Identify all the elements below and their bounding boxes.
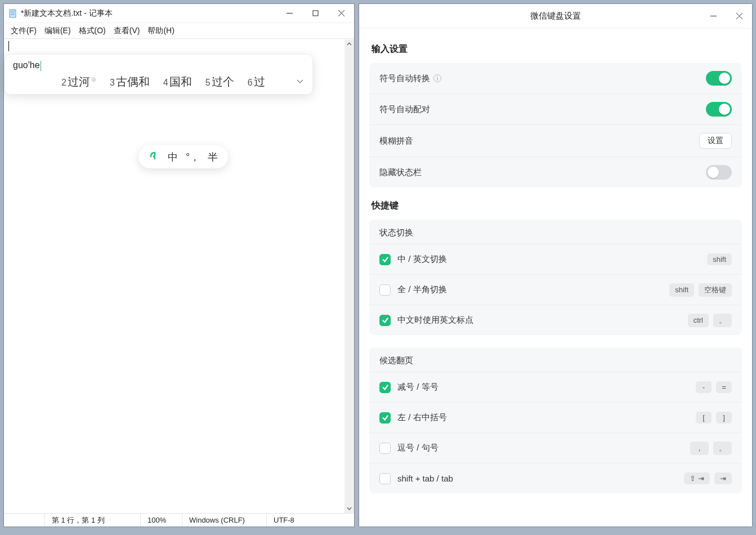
key-label: 。 [713,442,732,455]
svg-rect-5 [313,11,318,16]
close-button[interactable] [726,4,752,28]
checkbox-comma-period[interactable] [379,443,391,454]
row-en-punct-in-cn: 中文时使用英文标点 ctrl 。 [369,305,742,335]
ime-candidate[interactable]: 3古偶和 [110,74,150,90]
ime-candidate-panel[interactable]: guo'he 2过河◎ 3古偶和 4国和 5过个 6过 [5,54,313,95]
settings-body: 输入设置 符号自动转换i 符号自动配对 模糊拼音 设置 隐藏状态栏 快捷键 状态… [359,29,752,527]
row-cn-en-switch: 中 / 英文切换 shift [369,244,742,274]
vertical-scrollbar[interactable] [345,39,354,513]
checkbox-brackets[interactable] [379,412,391,423]
maximize-button[interactable] [302,4,328,23]
ime-logo-icon[interactable] [149,150,160,164]
scroll-up-icon[interactable] [345,39,354,49]
ime-lang-indicator[interactable]: 中 [168,150,178,164]
fuzzy-pinyin-settings-button[interactable]: 设置 [699,133,732,149]
row-hide-statusbar: 隐藏状态栏 [369,157,742,188]
chevron-down-icon[interactable] [296,75,305,88]
ime-width-indicator[interactable]: 半 [208,150,218,164]
notepad-editor[interactable] [4,39,354,513]
key-label: ] [716,412,732,423]
window-controls [700,4,752,28]
status-position: 第 1 行，第 1 列 [44,514,140,527]
info-icon[interactable]: i [433,74,441,82]
menu-format[interactable]: 格式(O) [75,24,109,38]
ime-punct-indicator[interactable]: °， [186,150,200,164]
key-label: 空格键 [699,283,732,297]
checkbox-full-half-switch[interactable] [379,284,391,296]
key-label: - [696,381,712,393]
key-label: = [716,381,732,393]
subheader-page-keys: 候选翻页 [369,347,742,372]
ime-candidate[interactable]: 2过河◎ [61,74,96,90]
ime-candidate-list: 2过河◎ 3古偶和 4国和 5过个 6过 [13,74,305,90]
ime-status-toolbar[interactable]: 中 °， 半 [138,145,228,168]
menu-file[interactable]: 文件(F) [7,24,40,38]
row-full-half-switch: 全 / 半角切换 shift 空格键 [369,274,742,305]
notepad-menubar: 文件(F) 编辑(E) 格式(O) 查看(V) 帮助(H) [4,23,354,39]
notepad-app-icon [8,9,17,18]
status-encoding: UTF-8 [266,514,354,527]
key-label: ⇥ [714,472,732,484]
checkbox-cn-en-switch[interactable] [379,254,391,265]
key-label: ctrl [688,314,709,327]
panel-page-keys: 候选翻页 减号 / 等号 - = 左 / 右中括号 [ ] 逗号 / 句号 [369,347,742,493]
settings-title: 微信键盘设置 [530,11,581,21]
key-label: shift [669,283,694,297]
menu-view[interactable]: 查看(V) [110,24,144,38]
toggle-symbol-autoconvert[interactable] [706,71,732,86]
minimize-button[interactable] [276,4,302,23]
window-controls [276,4,354,23]
row-fuzzy-pinyin: 模糊拼音 设置 [369,124,742,157]
key-label: [ [696,412,712,423]
subheader-state-switch: 状态切换 [369,220,742,244]
notepad-titlebar[interactable]: *新建文本文档.txt - 记事本 [4,4,354,23]
scroll-down-icon[interactable] [345,503,354,513]
section-input-title: 输入设置 [372,43,742,55]
checkbox-en-punct-in-cn[interactable] [379,315,391,326]
row-brackets: 左 / 右中括号 [ ] [369,402,742,433]
menu-help[interactable]: 帮助(H) [144,24,177,38]
svg-rect-0 [10,10,16,17]
minimize-button[interactable] [700,4,726,28]
toggle-symbol-autopair[interactable] [706,102,732,117]
row-symbol-autoconvert: 符号自动转换i [369,63,742,93]
ime-candidate[interactable]: 5过个 [205,74,234,90]
ime-candidate[interactable]: 4国和 [163,74,192,90]
key-label: 。 [713,314,732,327]
key-label: ， [690,442,709,455]
key-label: ⇧ ⇥ [684,472,710,484]
ime-input-buffer: guo'he [13,60,305,74]
panel-input-settings: 符号自动转换i 符号自动配对 模糊拼音 设置 隐藏状态栏 [369,63,742,188]
ime-settings-window: 微信键盘设置 输入设置 符号自动转换i 符号自动配对 模糊拼音 设置 隐藏状态栏 [359,3,753,527]
text-cursor [8,41,9,51]
toggle-hide-statusbar[interactable] [706,165,732,180]
status-spacer [4,514,44,527]
status-line-ending: Windows (CRLF) [182,514,266,527]
checkbox-minus-equals[interactable] [379,382,391,393]
row-symbol-autopair: 符号自动配对 [369,93,742,124]
settings-titlebar[interactable]: 微信键盘设置 [359,4,752,29]
row-comma-period: 逗号 / 句号 ， 。 [369,433,742,463]
notepad-title: *新建文本文档.txt - 记事本 [21,8,113,19]
row-minus-equals: 减号 / 等号 - = [369,372,742,402]
panel-state-switch: 状态切换 中 / 英文切换 shift 全 / 半角切换 shift 空格键 中… [369,220,742,335]
key-label: shift [707,253,732,265]
notepad-statusbar: 第 1 行，第 1 列 100% Windows (CRLF) UTF-8 [4,513,354,527]
menu-edit[interactable]: 编辑(E) [41,24,74,38]
close-button[interactable] [328,4,354,23]
status-zoom: 100% [140,514,182,527]
ime-candidate[interactable]: 6过 [248,74,265,90]
row-shift-tab: shift + tab / tab ⇧ ⇥ ⇥ [369,463,742,493]
section-hotkeys-title: 快捷键 [372,200,742,212]
checkbox-shift-tab[interactable] [379,473,391,484]
